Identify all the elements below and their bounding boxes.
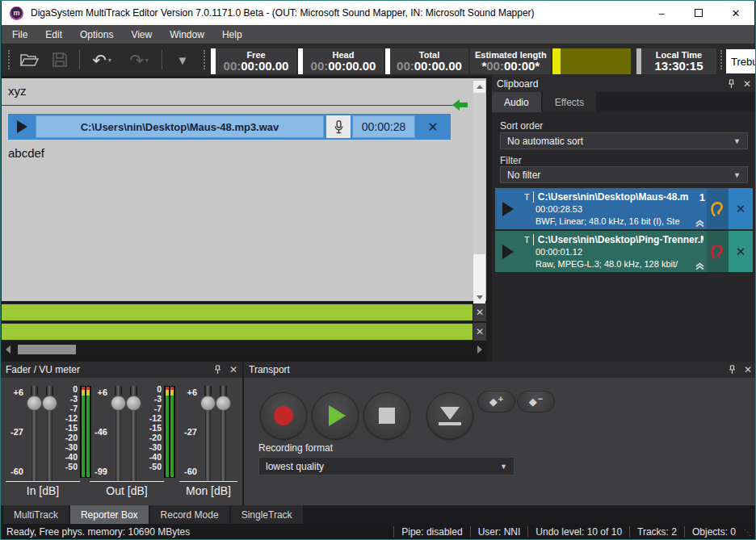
scroll-left-button[interactable] bbox=[2, 342, 15, 357]
scroll-right-button[interactable] bbox=[473, 342, 486, 357]
fader-slider[interactable] bbox=[126, 386, 141, 481]
scale-tick: -12 bbox=[149, 413, 162, 423]
fader-slider[interactable] bbox=[111, 386, 126, 481]
track-editor: xyz C:\Users\nin\Desktop\Maus-48.mp3.wav… bbox=[2, 76, 486, 362]
fader-close-icon[interactable]: ✕ bbox=[229, 364, 237, 375]
item-format: Raw, MPEG-L.3; 48.0 kHz, 128 kbit/ bbox=[524, 258, 705, 270]
slider-knob[interactable] bbox=[216, 396, 231, 411]
go-to-end-button[interactable] bbox=[426, 392, 473, 439]
record-button[interactable] bbox=[260, 392, 307, 439]
level-strip-1-close-button[interactable]: ✕ bbox=[473, 303, 486, 321]
fader-slider[interactable] bbox=[200, 386, 216, 481]
level-strip-2[interactable] bbox=[2, 323, 472, 341]
tab-multitrack[interactable]: MultiTrack bbox=[3, 505, 69, 524]
pin-icon[interactable] bbox=[214, 365, 221, 375]
fader-slider[interactable] bbox=[42, 386, 57, 481]
collapse-chevrons-icon[interactable] bbox=[695, 220, 705, 228]
save-button[interactable] bbox=[47, 48, 73, 71]
tab-singletrack[interactable]: SingleTrack bbox=[231, 505, 303, 524]
resize-grip[interactable]: ⋱ bbox=[743, 528, 754, 537]
add-marker-button[interactable]: ◆+ bbox=[477, 391, 515, 412]
range-top: +6 bbox=[97, 387, 107, 397]
horizontal-scrollbar-thumb[interactable] bbox=[18, 345, 76, 354]
scale-tick: -7 bbox=[154, 404, 162, 413]
font-button[interactable]: Trebu bbox=[726, 49, 756, 73]
clip-play-button[interactable] bbox=[8, 120, 36, 133]
slider-knob[interactable] bbox=[27, 396, 42, 411]
minimize-button[interactable]: – bbox=[643, 1, 680, 25]
undo-icon: ↶ bbox=[92, 52, 107, 69]
clip-file-path[interactable]: C:\Users\nin\Desktop\Maus-48.mp3.wav bbox=[36, 115, 324, 138]
scroll-down-button[interactable] bbox=[473, 291, 485, 303]
recording-format-select[interactable]: lowest quality ▼ bbox=[258, 457, 514, 475]
item-listen-button[interactable] bbox=[707, 188, 729, 229]
toolbar-grip[interactable] bbox=[8, 50, 10, 69]
menu-item[interactable]: Help bbox=[213, 29, 251, 40]
tab-record-mode[interactable]: Record Mode bbox=[150, 505, 229, 524]
pin-icon[interactable] bbox=[729, 365, 736, 375]
chevron-down-icon: ▼ bbox=[733, 171, 741, 179]
horizontal-scrollbar[interactable] bbox=[2, 342, 486, 357]
item-badge: 1 bbox=[699, 191, 705, 203]
item-listen-button[interactable] bbox=[707, 231, 729, 272]
sort-order-select[interactable]: No automatic sort ▼ bbox=[500, 132, 748, 149]
clip-mic-button[interactable] bbox=[326, 115, 351, 138]
stop-icon bbox=[379, 408, 395, 424]
clipboard-item[interactable]: T C:\Users\nin\Desktop\Ping-Trenner.M 00… bbox=[495, 231, 753, 272]
menu-item[interactable]: Options bbox=[71, 29, 122, 40]
play-button[interactable] bbox=[312, 392, 359, 439]
mode-tab-bar: MultiTrack Reporter Box Record Mode Sing… bbox=[2, 505, 754, 524]
scroll-up-button[interactable] bbox=[473, 81, 485, 93]
level-strip-2-close-button[interactable]: ✕ bbox=[473, 323, 486, 341]
arrow-down-icon bbox=[477, 295, 483, 299]
menu-item[interactable]: Edit bbox=[36, 29, 71, 40]
redo-dropdown-icon[interactable]: ▾ bbox=[145, 57, 149, 64]
collapse-chevrons-icon[interactable] bbox=[695, 262, 705, 270]
menu-item[interactable]: Window bbox=[161, 29, 213, 40]
clipboard-item[interactable]: T C:\Users\nin\Desktop\Maus-48.m 1 00:00… bbox=[495, 188, 753, 229]
item-remove-button[interactable]: ✕ bbox=[729, 188, 753, 229]
fader-range-labels: +6 -46 -99 bbox=[90, 386, 111, 476]
slider-knob[interactable] bbox=[111, 396, 126, 411]
close-button[interactable]: ✕ bbox=[717, 1, 754, 25]
item-play-button[interactable] bbox=[495, 231, 521, 272]
vertical-scrollbar[interactable] bbox=[473, 81, 485, 303]
toolbar-grip[interactable] bbox=[720, 50, 723, 69]
undo-dropdown-icon[interactable]: ▾ bbox=[108, 57, 111, 64]
fader-slider[interactable] bbox=[216, 386, 231, 481]
item-remove-button[interactable]: ✕ bbox=[729, 231, 753, 272]
fader-slider[interactable] bbox=[27, 386, 42, 481]
slider-knob[interactable] bbox=[42, 396, 57, 411]
slider-knob[interactable] bbox=[200, 396, 216, 411]
stop-button[interactable] bbox=[363, 392, 410, 439]
marker-drop-button[interactable]: ▼ bbox=[168, 48, 197, 71]
vertical-scrollbar-thumb[interactable] bbox=[473, 93, 485, 254]
tab-effects[interactable]: Effects bbox=[543, 92, 596, 112]
undo-button[interactable]: ↶▾ bbox=[86, 48, 118, 71]
open-button[interactable] bbox=[16, 48, 42, 71]
audio-clip-row[interactable]: C:\Users\nin\Desktop\Maus-48.mp3.wav 00:… bbox=[8, 114, 451, 140]
go-to-end-icon bbox=[439, 407, 461, 425]
item-play-button[interactable] bbox=[495, 188, 521, 229]
arrow-left-icon bbox=[6, 345, 10, 354]
counter-total: Total 00:00:00.00 bbox=[385, 48, 468, 74]
counter-value: 13:30:15 bbox=[654, 60, 703, 73]
slider-knob[interactable] bbox=[126, 396, 141, 411]
clip-remove-button[interactable]: ✕ bbox=[415, 119, 451, 135]
pin-icon[interactable] bbox=[728, 79, 735, 89]
track-area[interactable]: xyz C:\Users\nin\Desktop\Maus-48.mp3.wav… bbox=[2, 78, 486, 301]
menu-item[interactable]: File bbox=[3, 29, 36, 40]
diamond-plus-icon: ◆ bbox=[489, 396, 498, 408]
toolbar-grip[interactable] bbox=[204, 50, 206, 69]
transport-close-icon[interactable]: ✕ bbox=[744, 364, 752, 375]
remove-marker-button[interactable]: ◆− bbox=[517, 391, 555, 412]
tab-audio[interactable]: Audio bbox=[492, 92, 541, 112]
tab-reporter-box[interactable]: Reporter Box bbox=[70, 505, 149, 524]
scale-tick: -40 bbox=[149, 452, 162, 462]
filter-select[interactable]: No filter ▼ bbox=[500, 166, 748, 183]
menu-item[interactable]: View bbox=[122, 29, 161, 40]
redo-button[interactable]: ↷▾ bbox=[123, 48, 155, 71]
clipboard-close-icon[interactable]: ✕ bbox=[743, 78, 751, 90]
maximize-button[interactable] bbox=[680, 1, 717, 25]
level-strip-1[interactable] bbox=[2, 303, 472, 321]
